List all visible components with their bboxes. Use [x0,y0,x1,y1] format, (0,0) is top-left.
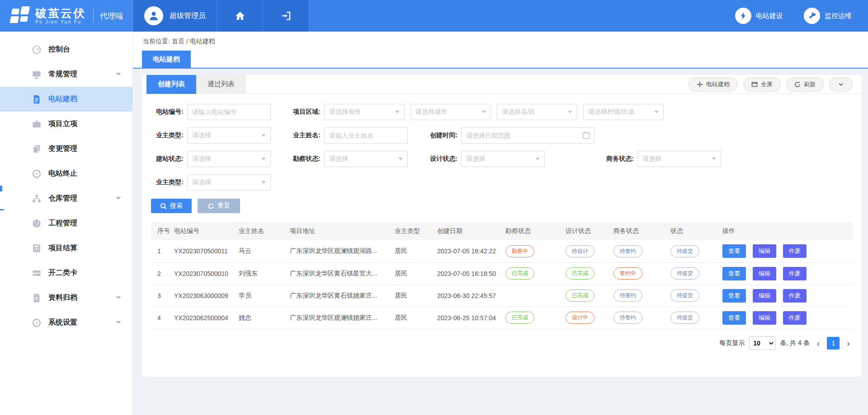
business-status-badge: 签约中 [613,267,642,280]
page-size-select[interactable]: 10 [749,336,775,350]
reset-button[interactable]: 重置 [198,199,240,213]
brand-divider [93,9,94,23]
edit-button[interactable]: 编辑 [753,311,776,325]
search-button[interactable]: 搜索 [151,199,192,213]
design-status-select[interactable]: 请选择 [461,151,545,167]
logout-button[interactable] [263,0,309,32]
col-actions: 操作 [720,222,853,240]
prev-page-button[interactable]: ‹ [814,339,823,348]
void-button[interactable]: 作废 [783,289,807,303]
sidebar-item-project-settlement[interactable]: 项目结算 [0,236,132,261]
sidebar-item-engineering-mgmt[interactable]: 工程管理 [0,211,132,236]
build-status-select[interactable]: 请选择 [187,151,271,167]
void-button[interactable]: 作废 [783,267,807,280]
date-range-input[interactable] [461,127,594,144]
cell-owner-name: 姚忠 [236,307,287,329]
breadcrumb-label: 当前位置: [143,37,170,46]
chevron-down-icon [115,294,122,302]
nav-monitor-ops[interactable]: 监控运维 [804,8,852,24]
avatar [144,6,163,25]
calculator-icon [32,243,42,253]
sidebar-item-general-mgmt[interactable]: 常规管理 [0,62,132,87]
col-address: 项目地址 [287,222,392,240]
add-station-button[interactable]: 电站建档 [689,77,738,92]
sidebar-item-type2-card[interactable]: 开二类卡 [0,261,132,285]
owner-type-select[interactable]: 请选择 [187,127,271,144]
owner-type2-label: 业主类型: [151,178,184,187]
reset-icon [208,203,214,210]
next-page-button[interactable]: › [844,339,853,348]
sidebar-item-data-archive[interactable]: 资料归档 [0,285,132,310]
table-row: 1 YX2023070500011 马云 广东深圳龙华区观澜镇观湖路... 居民… [151,240,853,262]
view-button[interactable]: 查看 [722,311,746,325]
city-select[interactable]: 请选择城市 [410,104,491,120]
cell-station-code: YX2023070500010 [171,262,236,284]
copy-icon [32,144,42,154]
cell-address: 广东深圳龙华区观澜镇姚家庄... [287,307,392,329]
county-select[interactable]: 请选择县/区 [497,104,577,120]
status-badge: 待提交 [670,267,699,280]
view-button[interactable]: 查看 [722,289,746,303]
station-code-input[interactable] [187,104,271,120]
sidebar-item-dashboard[interactable]: 控制台 [0,37,132,62]
refresh-button[interactable]: 刷新 [786,77,824,92]
cell-address: 广东深圳龙华区观澜镇观湖路... [287,240,392,262]
table-row: 3 YX2023063000009 学员 广东深圳龙华区黄石镇姚家庄... 居民… [151,284,853,307]
sidebar-item-station-archive[interactable]: 电站建档 [0,87,132,112]
app-header: 破茧云伏 Po Jian Yun Fu 代理端 超级管理员 [0,0,868,32]
sidebar-item-station-terminate[interactable]: 电站终止 [0,161,132,186]
status-badge: 待提交 [670,312,699,324]
col-owner-type: 业主类型 [392,222,434,240]
province-select[interactable]: 请选择省份 [324,104,405,120]
page-1-button[interactable]: 1 [827,337,840,350]
cell-owner-name: 刘强东 [236,262,287,284]
project-region-label: 项目区域: [288,108,321,116]
lightning-icon [735,8,751,24]
station-code-label: 电站编号: [151,108,184,116]
brand-logo-icon [9,6,30,25]
collapse-button[interactable] [829,77,853,92]
edit-button[interactable]: 编辑 [753,267,776,280]
design-status-badge: 已完成 [566,289,594,302]
sidebar-item-system-settings[interactable]: 系统设置 [0,310,132,335]
business-status-badge: 待签约 [613,289,642,302]
tab-passed-list[interactable]: 通过列表 [196,75,246,94]
file-icon [32,293,42,303]
cell-created: 2023-06-30 22:45:57 [434,284,503,307]
caret-down-icon [261,158,266,160]
status-badge: 待提交 [670,289,699,302]
home-button[interactable] [217,0,263,32]
brand: 破茧云伏 Po Jian Yun Fu 代理端 [0,0,133,32]
speedometer-icon [32,219,42,228]
breadcrumb-home[interactable]: 首页 [172,37,184,46]
nav-station-build[interactable]: 电站建设 [735,8,783,24]
main-content: 当前位置: 首页 / 电站建档 电站建档 创建列表 通过列表 电站建档 [133,32,868,415]
wrench-icon [804,8,820,24]
void-button[interactable]: 作废 [783,311,807,325]
business-status-select[interactable]: 请选择 [637,151,721,167]
caret-down-icon [261,181,266,184]
sidebar-item-change-mgmt[interactable]: 变更管理 [0,136,132,161]
owner-name-input[interactable] [324,127,408,144]
user-menu[interactable]: 超级管理员 [133,0,217,32]
cell-station-code: YX2023062500004 [171,307,236,329]
view-button[interactable]: 查看 [722,244,746,258]
sidebar-item-project-initiation[interactable]: 项目立项 [0,112,132,136]
survey-status-select[interactable]: 请选择 [324,151,408,167]
edit-button[interactable]: 编辑 [753,289,776,303]
page-tab-strip: 电站建档 [133,51,868,69]
view-button[interactable]: 查看 [722,267,746,280]
caret-down-icon [568,111,572,113]
void-button[interactable]: 作废 [783,244,807,258]
table-row: 4 YX2023062500004 姚忠 广东深圳龙华区观澜镇姚家庄... 居民… [151,307,853,329]
edit-button[interactable]: 编辑 [753,244,776,258]
town-select[interactable]: 请选择村镇/街道 [583,104,664,120]
fullscreen-button[interactable]: 全屏 [743,77,781,92]
sidebar-item-warehouse-mgmt[interactable]: 仓库管理 [0,186,132,211]
caret-down-icon [261,134,266,137]
page-tab-station-archive[interactable]: 电站建档 [142,51,191,68]
owner-type-label: 业主类型: [151,131,184,140]
owner-type2-select[interactable]: 请选择 [187,174,271,191]
caret-down-icon [481,111,486,113]
tab-create-list[interactable]: 创建列表 [146,75,196,94]
